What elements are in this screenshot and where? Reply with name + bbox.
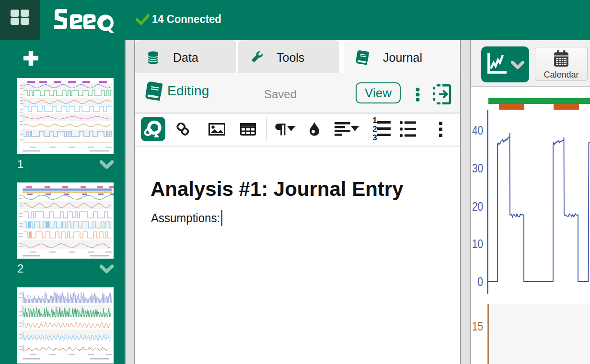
svg-text:20: 20 (472, 199, 483, 214)
svg-text:40: 40 (472, 123, 483, 137)
svg-text:30: 30 (472, 161, 483, 175)
svg-text:10: 10 (472, 237, 483, 251)
svg-text:0: 0 (477, 274, 483, 289)
svg-text:15: 15 (472, 319, 483, 333)
